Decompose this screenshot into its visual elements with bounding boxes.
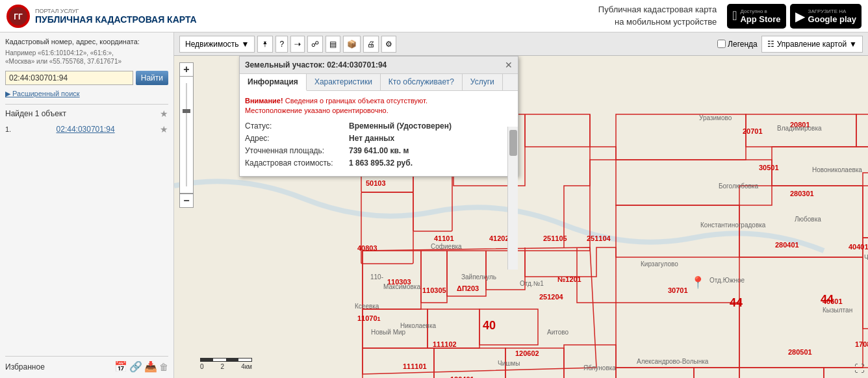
left-panel: Кадастровый номер, адрес, координата: На… <box>0 32 174 378</box>
info-popup: Земельный участок: 02:44:030701:94 ✕ Инф… <box>239 56 518 177</box>
search-input[interactable] <box>5 71 133 85</box>
favorites-icon[interactable]: ★ <box>160 108 168 119</box>
popup-tab-characteristics[interactable]: Характеристики <box>307 74 381 90</box>
portal-title: ПУБЛИЧНАЯ КАДАСТРОВАЯ КАРТА <box>35 14 197 25</box>
location-pin: 📍 <box>691 275 705 290</box>
search-row: Найти <box>5 71 168 85</box>
main: Кадастровый номер, адрес, координата: На… <box>0 32 868 378</box>
manage-map-arrow-icon: ▼ <box>849 40 857 49</box>
zoom-slider-thumb[interactable] <box>183 109 190 113</box>
favorites-actions: 📅 🔗 📥 🗑 <box>114 360 168 373</box>
portal-logo: ГГ <box>6 5 30 28</box>
help-tool[interactable]: ? <box>275 36 288 53</box>
zoom-slider[interactable] <box>179 77 194 194</box>
map[interactable]: + − 50101 50103 40803 41101 41202 251105… <box>174 56 868 378</box>
manage-map-button[interactable]: ☷ Управление картой ▼ <box>761 36 863 53</box>
zoom-out-button[interactable]: − <box>179 194 194 208</box>
dropdown-arrow-icon: ▼ <box>242 40 249 49</box>
scrollbar-thumb[interactable] <box>509 130 517 156</box>
nedvizhimost-dropdown[interactable]: Недвижимость ▼ <box>179 36 255 53</box>
apple-icon:  <box>732 8 737 23</box>
header: ГГ ПОРТАЛ УСЛУГ ПУБЛИЧНАЯ КАДАСТРОВАЯ КА… <box>0 0 868 32</box>
appstore-badge[interactable]:  Доступно в App Store <box>727 4 785 29</box>
popup-row-address: Адрес: Нет данных <box>245 134 513 143</box>
results-header: Найден 1 объект ★ <box>5 104 168 119</box>
favorites-delete-icon[interactable]: 🗑 <box>159 362 168 372</box>
results-count: Найден 1 объект <box>5 109 66 118</box>
import-tool[interactable]: 📦 <box>343 36 361 53</box>
googleplay-badge[interactable]: ▶ ЗАГРУЗИТЕ НА Google play <box>790 4 862 29</box>
popup-titlebar: Земельный участок: 02:44:030701:94 ✕ <box>240 57 518 74</box>
favorites-label: Избранное <box>5 362 45 372</box>
popup-tabs: Информация Характеристики Кто обслуживае… <box>240 74 518 91</box>
toolbar-right: Легенда ☷ Управление картой ▼ <box>717 36 863 53</box>
legend-checkbox-input[interactable] <box>717 40 726 48</box>
popup-row-cost: Кадастровая стоимость: 1 863 895.32 руб. <box>245 158 513 168</box>
legend-checkbox[interactable]: Легенда <box>717 40 758 49</box>
popup-row-area: Уточненная площадь: 739 641.00 кв. м <box>245 146 513 155</box>
popup-scrollbar[interactable] <box>507 127 518 270</box>
result-item: 1. 02:44:030701:94 ★ <box>5 122 168 136</box>
measure-tool[interactable]: ⇢ <box>290 36 305 53</box>
print-tool[interactable]: 🖨 <box>363 36 379 53</box>
search-button[interactable]: Найти <box>136 71 168 85</box>
layers-tool[interactable]: ▤ <box>326 36 340 53</box>
zoom-in-button[interactable]: + <box>179 62 194 77</box>
grid-icon: ☷ <box>767 40 774 49</box>
mobile-text: Публичная кадастровая карта на мобильном… <box>598 4 717 27</box>
header-right: Публичная кадастровая карта на мобильном… <box>598 4 862 29</box>
portal-subtitle: ПОРТАЛ УСЛУГ <box>35 8 197 14</box>
googleplay-icon: ▶ <box>795 8 805 24</box>
settings-tool[interactable]: ⚙ <box>381 36 396 53</box>
popup-title: Земельный участок: 02:44:030701:94 <box>245 60 387 69</box>
portal-title-block: ПОРТАЛ УСЛУГ ПУБЛИЧНАЯ КАДАСТРОВАЯ КАРТА <box>35 8 197 25</box>
toolbar: Недвижимость ▼ 🖈 ? ⇢ ☍ ▤ 📦 🖨 ⚙ Легенда ☷… <box>174 32 868 56</box>
result-star[interactable]: ★ <box>160 124 168 134</box>
zoom-controls: + − <box>179 62 194 208</box>
map-and-toolbar: Недвижимость ▼ 🖈 ? ⇢ ☍ ▤ 📦 🖨 ⚙ Легенда ☷… <box>174 32 868 378</box>
header-left: ГГ ПОРТАЛ УСЛУГ ПУБЛИЧНАЯ КАДАСТРОВАЯ КА… <box>6 5 197 28</box>
favorites-export-icon[interactable]: 🔗 <box>129 360 142 373</box>
favorites-bar: Избранное 📅 🔗 📥 🗑 <box>5 356 168 373</box>
scale-bar: 0 2 4км <box>200 358 252 370</box>
popup-tab-services[interactable]: Услуги <box>463 74 503 90</box>
favorites-add-icon[interactable]: 📅 <box>114 360 127 373</box>
popup-tab-info[interactable]: Информация <box>240 74 307 91</box>
result-link[interactable]: 02:44:030701:94 <box>57 125 115 134</box>
favorites-import-icon[interactable]: 📥 <box>144 360 157 373</box>
view-tool[interactable]: ☍ <box>307 36 323 53</box>
popup-warning: Внимание! Сведения о границах объекта от… <box>245 96 513 116</box>
popup-close-button[interactable]: ✕ <box>505 60 513 70</box>
advanced-search-link[interactable]: ▶ Расширенный поиск <box>5 90 168 98</box>
fullscreen-icon[interactable]: ⛶ <box>854 363 865 375</box>
cursor-tool[interactable]: 🖈 <box>257 36 273 53</box>
svg-text:ГГ: ГГ <box>14 12 23 21</box>
popup-row-status: Статус: Временный (Удостоверен) <box>245 121 513 131</box>
zoom-slider-track <box>186 83 187 186</box>
popup-tab-service[interactable]: Кто обслуживает? <box>381 74 463 90</box>
search-label: Кадастровый номер, адрес, координата: <box>5 38 168 45</box>
search-hint: Например «61:6:10104:12», «61:6:», «Моск… <box>5 49 168 66</box>
popup-content: Внимание! Сведения о границах объекта от… <box>240 91 518 176</box>
